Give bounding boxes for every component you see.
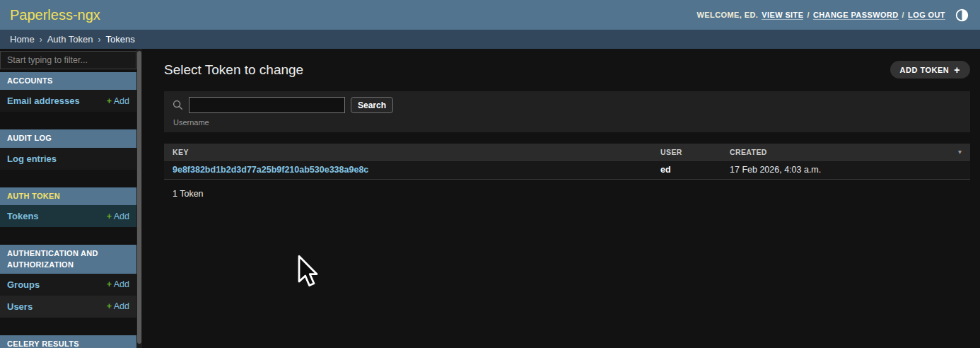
tokens-link[interactable]: Tokens bbox=[7, 211, 39, 221]
users-link[interactable]: Users bbox=[7, 301, 33, 312]
theme-toggle-icon[interactable] bbox=[955, 8, 969, 22]
scrollbar-thumb[interactable] bbox=[137, 51, 141, 344]
add-email-address-link[interactable]: + Add bbox=[107, 96, 129, 106]
plus-icon: + bbox=[107, 279, 112, 289]
sidebar-item-email-addresses[interactable]: Email addresses + Add bbox=[0, 90, 136, 112]
sidebar-item-log-entries[interactable]: Log entries bbox=[0, 148, 136, 170]
main-panel: Select Token to change ADD TOKEN + Sear bbox=[142, 49, 980, 348]
search-row: Search bbox=[173, 97, 962, 113]
breadcrumb-separator: › bbox=[98, 35, 101, 45]
add-label: Add bbox=[114, 279, 129, 289]
brand-title[interactable]: Paperless-ngx bbox=[10, 7, 100, 23]
sidebar-section-header-accounts[interactable]: ACCOUNTS bbox=[0, 72, 136, 90]
search-button[interactable]: Search bbox=[351, 97, 393, 113]
top-header: Paperless-ngx WELCOME, ED. VIEW SITE / C… bbox=[0, 0, 980, 30]
sidebar-section-header-authentication[interactable]: AUTHENTICATION AND AUTHORIZATION bbox=[0, 245, 136, 274]
column-header-key[interactable]: KEY bbox=[164, 148, 660, 156]
add-token-button-label: ADD TOKEN bbox=[900, 66, 950, 74]
breadcrumb-separator: › bbox=[40, 35, 42, 45]
email-addresses-link[interactable]: Email addresses bbox=[7, 95, 80, 106]
change-password-link[interactable]: CHANGE PASSWORD bbox=[813, 11, 899, 20]
page-title: Select Token to change bbox=[164, 62, 303, 78]
sidebar-section-celery-results: CELERY RESULTS bbox=[0, 335, 136, 348]
search-module: Search Username bbox=[164, 91, 970, 132]
sidebar-filter-input[interactable] bbox=[0, 51, 136, 69]
plus-icon: + bbox=[107, 301, 112, 311]
sidebar-section-authentication: AUTHENTICATION AND AUTHORIZATION Groups … bbox=[0, 245, 136, 318]
plus-icon: + bbox=[954, 65, 960, 75]
breadcrumb-auth-token[interactable]: Auth Token bbox=[47, 34, 93, 45]
token-user-cell: ed bbox=[660, 165, 730, 175]
table-header-row: KEY USER CREATED ▾ bbox=[164, 144, 970, 161]
view-site-link[interactable]: VIEW SITE bbox=[762, 11, 803, 20]
add-label: Add bbox=[114, 211, 129, 221]
search-input[interactable] bbox=[189, 97, 345, 113]
sort-options-icon[interactable]: ▾ bbox=[958, 148, 962, 156]
add-label: Add bbox=[114, 301, 129, 311]
add-token-button[interactable]: ADD TOKEN + bbox=[890, 61, 970, 79]
plus-icon: + bbox=[107, 96, 112, 106]
breadcrumb-home[interactable]: Home bbox=[10, 34, 35, 45]
tokens-table: KEY USER CREATED ▾ 9e8f382bd1b2d3d77a25b… bbox=[164, 144, 970, 180]
token-key-cell: 9e8f382bd1b2d3d77a25b9f210ab530e338a9e8c bbox=[164, 165, 660, 175]
groups-link[interactable]: Groups bbox=[7, 279, 40, 290]
welcome-text: WELCOME, ED. bbox=[697, 11, 759, 19]
sidebar-section-auth-token: AUTH TOKEN Tokens + Add bbox=[0, 187, 136, 227]
add-label: Add bbox=[114, 96, 129, 106]
link-separator: / bbox=[902, 11, 904, 19]
plus-icon: + bbox=[107, 211, 112, 221]
sidebar-section-header-auth-token[interactable]: AUTH TOKEN bbox=[0, 187, 136, 205]
add-token-link[interactable]: + Add bbox=[107, 211, 129, 221]
log-out-link[interactable]: LOG OUT bbox=[908, 11, 945, 20]
breadcrumb: Home › Auth Token › Tokens bbox=[0, 30, 980, 49]
result-count: 1 Token bbox=[164, 189, 970, 199]
sidebar-section-audit-log: AUDIT LOG Log entries bbox=[0, 129, 136, 169]
add-user-link[interactable]: + Add bbox=[107, 301, 129, 311]
user-tools: WELCOME, ED. VIEW SITE / CHANGE PASSWORD… bbox=[697, 8, 969, 22]
add-group-link[interactable]: + Add bbox=[107, 279, 129, 289]
log-entries-link[interactable]: Log entries bbox=[7, 153, 57, 164]
sidebar-section-header-celery-results[interactable]: CELERY RESULTS bbox=[0, 335, 136, 348]
search-field-label: Username bbox=[173, 118, 962, 127]
paperless-admin-window: Paperless-ngx WELCOME, ED. VIEW SITE / C… bbox=[0, 0, 980, 348]
sidebar-nav: ACCOUNTS Email addresses + Add AUDIT LOG… bbox=[0, 49, 136, 348]
title-row: Select Token to change ADD TOKEN + bbox=[164, 61, 970, 79]
sidebar-item-tokens[interactable]: Tokens + Add bbox=[0, 205, 136, 227]
link-separator: / bbox=[807, 11, 809, 19]
breadcrumb-current: Tokens bbox=[106, 34, 135, 45]
sidebar-item-groups[interactable]: Groups + Add bbox=[0, 274, 136, 296]
sidebar-section-accounts: ACCOUNTS Email addresses + Add bbox=[0, 72, 136, 112]
token-key-link[interactable]: 9e8f382bd1b2d3d77a25b9f210ab530e338a9e8c bbox=[173, 165, 368, 175]
column-header-user[interactable]: USER bbox=[660, 148, 730, 156]
table-row: 9e8f382bd1b2d3d77a25b9f210ab530e338a9e8c… bbox=[164, 161, 970, 180]
column-header-created[interactable]: CREATED bbox=[730, 148, 970, 156]
search-icon bbox=[173, 100, 183, 110]
sidebar-section-header-audit-log[interactable]: AUDIT LOG bbox=[0, 129, 136, 147]
sidebar-item-users[interactable]: Users + Add bbox=[0, 296, 136, 318]
sidebar-scrollbar[interactable] bbox=[136, 49, 142, 348]
token-created-cell: 17 Feb 2026, 4:03 a.m. bbox=[730, 165, 970, 175]
content-area: ACCOUNTS Email addresses + Add AUDIT LOG… bbox=[0, 49, 980, 348]
